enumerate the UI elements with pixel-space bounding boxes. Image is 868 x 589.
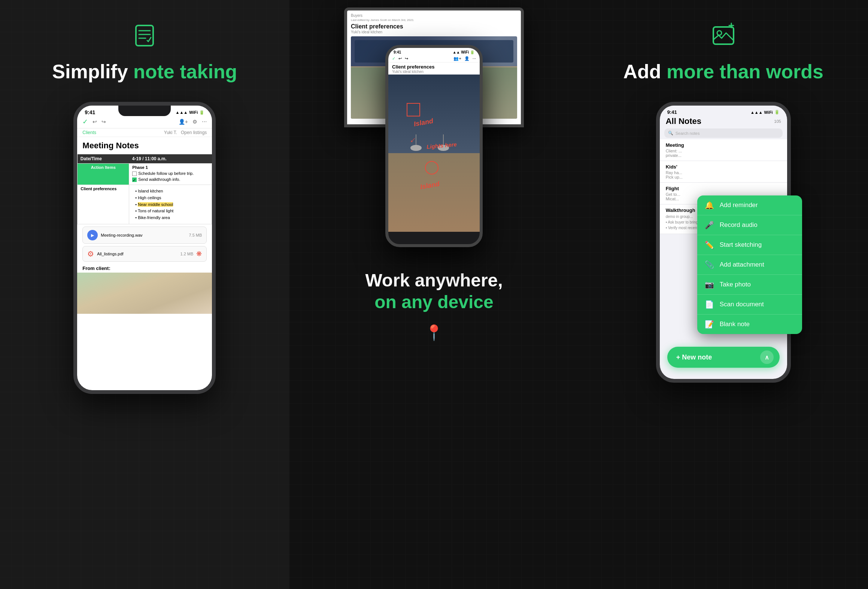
pdf-icon: ⚙	[87, 249, 94, 258]
laptop-note-sub: Yuki's ideal kitchen	[351, 30, 517, 34]
menu-item-photo[interactable]: 📷 Take photo	[697, 275, 802, 295]
redo-icon[interactable]: ↪	[101, 119, 106, 125]
panel2-bottom: Work anywhere, on any device 📍	[365, 270, 503, 341]
location-icon: 📍	[365, 324, 503, 341]
new-note-button[interactable]: + New note ∧	[667, 347, 780, 368]
svg-rect-0	[136, 25, 153, 46]
svg-point-5	[717, 31, 722, 35]
scan-icon: 📄	[705, 300, 714, 309]
note-table: Date/Time 4-19 / 11:00 a.m. Action Items…	[77, 154, 212, 224]
pdf-attachment[interactable]: ⚙ All_listings.pdf 1.2 MB ❋	[82, 246, 207, 262]
pdf-filename: All_listings.pdf	[97, 252, 123, 256]
phone2-note-title: Client preferences	[392, 64, 476, 70]
panel2-title-line2: on any device	[374, 292, 493, 312]
panel1-title: Simplify note taking	[52, 60, 237, 83]
audio-attachment[interactable]: ▶ Meeting-recording.wav 7.5 MB	[82, 227, 207, 244]
search-bar[interactable]: 🔍 Search notes	[664, 128, 783, 138]
sketch-icon: ✏️	[705, 240, 714, 249]
phone2-note-sub: Yuki's ideal kitchen	[392, 70, 476, 74]
pdf-size: 1.2 MB	[180, 252, 193, 256]
client-image	[77, 273, 212, 314]
all-notes-title: All Notes	[666, 116, 701, 126]
notes-count: 105	[774, 119, 781, 124]
menu-item-audio[interactable]: 🎤 Record audio	[697, 215, 802, 235]
bell-icon: 🔔	[705, 201, 714, 210]
note-title: Meeting Notes	[82, 141, 207, 151]
breadcrumb-listings[interactable]: Open listings	[181, 130, 207, 135]
more-icon[interactable]: ···	[202, 118, 207, 125]
phone2-wrapper: 9:41 ▲▲ WiFi 🔋 ✓ ↩↪ 👥+👤··· Client prefer…	[385, 45, 483, 247]
list-item[interactable]: Kids' Ray ha...Pick up...	[660, 161, 787, 183]
undo-icon[interactable]: ↩	[92, 119, 97, 125]
panel3-title: Add more than words	[623, 60, 823, 83]
panel2-devices: Buyers Last edited by James Scott on Mar…	[304, 15, 564, 277]
audio-size: 7.5 MB	[189, 233, 202, 237]
from-client-label: From client:	[77, 263, 212, 273]
phone2-kitchen: Island Lights here Island ↓	[388, 75, 480, 232]
menu-item-reminder[interactable]: 🔔 Add reminder	[697, 195, 802, 215]
phase-tasks-cell: Phase 1 Schedule follow up before trip. …	[129, 164, 212, 185]
panel-2: Buyers Last edited by James Scott on Mar…	[289, 0, 579, 589]
action-items-cell: Action Items	[78, 164, 129, 185]
laptop-note-title: Client preferences	[351, 23, 517, 30]
play-button[interactable]: ▶	[87, 230, 98, 240]
panel1-icon	[131, 22, 158, 54]
attachment-icon: 📎	[705, 260, 714, 269]
phone3-mockup: 9:41 ▲▲▲WiFi🔋 All Notes 105 🔍 Search not…	[656, 102, 791, 383]
audio-filename: Meeting-recording.wav	[101, 233, 142, 237]
search-placeholder: Search notes	[676, 131, 700, 136]
table-header-col1: Date/Time	[78, 154, 129, 164]
menu-item-attachment[interactable]: 📎 Add attachment	[697, 255, 802, 275]
note-icon: 📝	[705, 320, 714, 329]
breadcrumb-yuki[interactable]: Yuki T.	[164, 130, 177, 135]
panel-1: Simplify note taking 9:41 ▲▲▲ WiFi 🔋 ✓ ↩…	[0, 0, 289, 589]
camera-icon: 📷	[705, 280, 714, 289]
menu-item-sketch[interactable]: ✏️ Start sketching	[697, 235, 802, 255]
expand-arrow[interactable]: ∧	[760, 350, 774, 364]
phone-mockup-1: 9:41 ▲▲▲ WiFi 🔋 ✓ ↩ ↪ 👤+ ⚙ ··· Clients	[73, 102, 216, 394]
menu-item-scan[interactable]: 📄 Scan document	[697, 295, 802, 315]
acrobat-icon: ❋	[196, 250, 202, 258]
add-options-menu: 🔔 Add reminder 🎤 Record audio ✏️ Start s…	[697, 195, 802, 334]
client-prefs-values-cell: • Island kitchen • High ceilings • Near …	[129, 185, 212, 224]
check-icon: ✓	[82, 118, 88, 126]
client-prefs-label-cell: Client preferences	[78, 185, 129, 224]
table-header-col2: 4-19 / 11:00 a.m.	[129, 154, 212, 164]
new-note-label: + New note	[676, 353, 712, 361]
menu-item-blank[interactable]: 📝 Blank note	[697, 315, 802, 334]
breadcrumb-clients[interactable]: Clients	[82, 130, 96, 135]
phase-label: Phase 1	[132, 165, 209, 170]
mic-icon: 🎤	[705, 221, 714, 230]
list-item[interactable]: Meeting Client: ...private...	[660, 139, 787, 161]
settings-icon[interactable]: ⚙	[192, 119, 197, 125]
panel3-icon	[710, 22, 737, 54]
add-people-icon[interactable]: 👤+	[179, 119, 188, 125]
phone2-mockup: 9:41 ▲▲ WiFi 🔋 ✓ ↩↪ 👥+👤··· Client prefer…	[385, 45, 483, 247]
panel-3: Add more than words 9:41 ▲▲▲WiFi🔋 All No…	[579, 0, 868, 589]
